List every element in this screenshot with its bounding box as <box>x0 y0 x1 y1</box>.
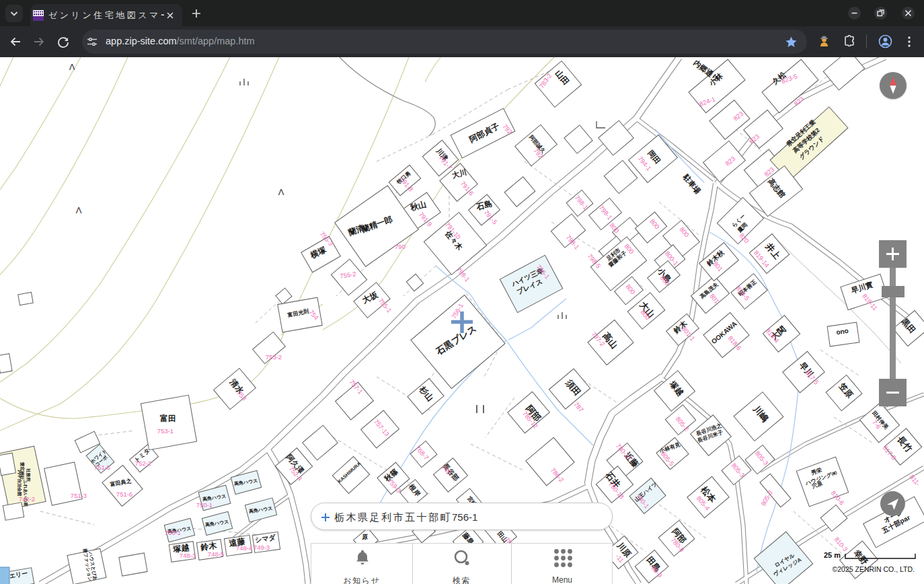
svg-text:750-1: 750-1 <box>196 501 213 509</box>
svg-text:790: 790 <box>395 243 406 250</box>
svg-text:753-1: 753-1 <box>157 427 174 435</box>
svg-text:742-2: 742-2 <box>19 495 35 503</box>
svg-text:810-3: 810-3 <box>833 536 849 553</box>
svg-text:748-4: 748-4 <box>236 544 252 552</box>
svg-text:805-3: 805-3 <box>759 489 774 507</box>
svg-text:751-5: 751-5 <box>94 464 110 471</box>
svg-text:749-3: 749-3 <box>254 544 270 551</box>
svg-text:753-2: 753-2 <box>266 353 282 361</box>
svg-text:752-2: 752-2 <box>135 460 151 467</box>
svg-text:内中自治会館: 内中自治会館 <box>17 470 22 497</box>
svg-text:原: 原 <box>362 534 369 540</box>
svg-text:751-6: 751-6 <box>116 490 132 498</box>
svg-text:Λ: Λ <box>76 205 82 215</box>
svg-text:Λ: Λ <box>69 62 75 72</box>
svg-text:751-3: 751-3 <box>71 492 87 499</box>
svg-text:787: 787 <box>572 400 585 413</box>
svg-text:748-5: 748-5 <box>208 550 224 558</box>
svg-text:Λ: Λ <box>278 187 284 197</box>
svg-text:駐車場: 駐車場 <box>681 172 703 196</box>
svg-text:750-1: 750-1 <box>165 529 181 536</box>
svg-text:富田: 富田 <box>159 414 176 423</box>
svg-text:ふれあいの家: ふれあいの家 <box>23 479 28 507</box>
svg-text:748-3: 748-3 <box>180 552 196 559</box>
